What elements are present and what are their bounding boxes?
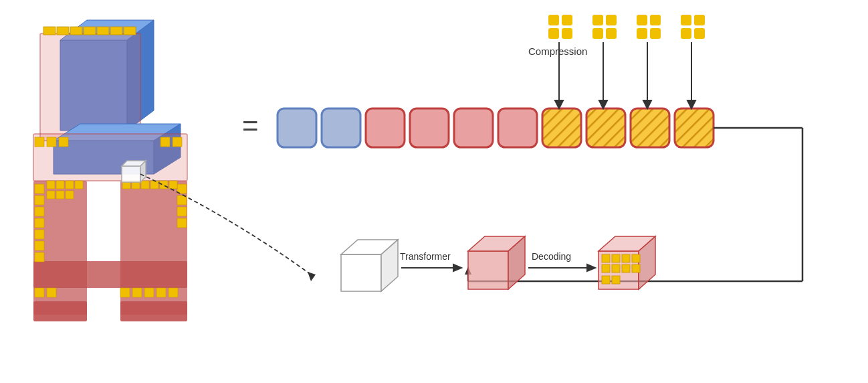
token-hatch-3 [631, 108, 669, 147]
svg-rect-54 [160, 181, 168, 189]
chair-yellow-voxels [35, 137, 187, 297]
bottom-cube-red [468, 236, 525, 289]
svg-marker-104 [453, 264, 461, 271]
svg-rect-69 [631, 108, 669, 147]
svg-rect-22 [35, 207, 44, 216]
svg-rect-73 [548, 28, 559, 39]
transformer-arrow [401, 264, 461, 271]
svg-marker-2 [127, 20, 154, 131]
svg-rect-53 [150, 181, 158, 189]
svg-rect-27 [177, 184, 187, 194]
svg-rect-78 [606, 28, 617, 39]
svg-rect-37 [169, 288, 178, 297]
flow-line [465, 128, 802, 281]
svg-rect-113 [602, 254, 610, 262]
svg-rect-47 [47, 191, 55, 199]
svg-marker-13 [154, 124, 181, 174]
svg-rect-71 [548, 15, 559, 25]
svg-marker-110 [599, 251, 639, 289]
compression-label: Compression [528, 46, 587, 57]
dashed-line [140, 174, 311, 275]
svg-rect-4 [43, 27, 56, 35]
svg-marker-88 [555, 100, 563, 108]
svg-rect-68 [586, 108, 625, 147]
svg-marker-11 [53, 141, 154, 174]
svg-marker-109 [587, 264, 595, 271]
svg-rect-6 [70, 27, 82, 35]
chair-back-red [40, 33, 140, 141]
svg-rect-62 [410, 108, 449, 147]
svg-rect-30 [177, 218, 187, 228]
svg-rect-83 [681, 15, 691, 25]
svg-marker-94 [687, 100, 695, 108]
svg-rect-50 [122, 181, 130, 189]
svg-rect-52 [141, 181, 149, 189]
svg-rect-28 [177, 196, 187, 205]
token-red-3 [454, 108, 493, 147]
bottom-cube-final [599, 236, 655, 289]
svg-rect-120 [632, 264, 640, 273]
svg-rect-3 [40, 33, 140, 141]
yellow-group-3 [637, 15, 661, 39]
equals-label: = [242, 110, 259, 141]
svg-rect-10 [124, 27, 136, 35]
svg-rect-15 [33, 181, 87, 315]
svg-rect-5 [57, 27, 69, 35]
yellow-group-4 [681, 15, 705, 39]
svg-rect-48 [56, 191, 64, 199]
svg-rect-84 [694, 15, 705, 25]
bottom-cube-white [341, 240, 398, 291]
svg-marker-99 [465, 266, 471, 275]
svg-rect-70 [675, 108, 714, 147]
svg-rect-42 [173, 137, 182, 147]
svg-rect-116 [632, 254, 640, 262]
svg-rect-121 [602, 276, 610, 284]
chair-back-blue [60, 20, 154, 131]
svg-rect-119 [622, 264, 630, 273]
svg-rect-122 [612, 276, 620, 284]
svg-rect-20 [35, 184, 44, 194]
svg-rect-77 [592, 28, 603, 39]
svg-rect-19 [120, 301, 187, 321]
svg-rect-17 [33, 261, 187, 288]
chair-seat-blue [53, 124, 181, 174]
compression-arrows [555, 42, 695, 108]
svg-rect-115 [622, 254, 630, 262]
svg-rect-45 [66, 181, 74, 189]
svg-rect-26 [35, 252, 44, 262]
svg-rect-55 [169, 181, 177, 189]
chair-back-yellow-voxels [43, 27, 136, 35]
svg-rect-24 [35, 230, 44, 239]
svg-rect-117 [602, 264, 610, 273]
svg-rect-7 [84, 27, 96, 35]
svg-marker-1 [60, 20, 154, 40]
svg-rect-8 [97, 27, 109, 35]
svg-rect-29 [177, 207, 187, 216]
chair-lower-red [33, 181, 187, 321]
svg-marker-58 [140, 161, 146, 182]
svg-rect-76 [606, 15, 617, 25]
highlighted-token-cube [122, 161, 146, 182]
svg-marker-101 [341, 240, 398, 254]
svg-rect-61 [366, 108, 405, 147]
svg-marker-112 [639, 236, 655, 289]
svg-rect-114 [612, 254, 620, 262]
svg-rect-49 [66, 191, 74, 199]
svg-rect-31 [35, 288, 44, 297]
svg-rect-33 [120, 288, 130, 297]
svg-rect-9 [110, 27, 122, 35]
svg-rect-75 [592, 15, 603, 25]
svg-rect-64 [498, 108, 537, 147]
token-blue-1 [278, 108, 316, 147]
svg-rect-63 [454, 108, 493, 147]
chair-seat-red [33, 134, 187, 181]
svg-rect-51 [132, 181, 140, 189]
token-hatch-2 [586, 108, 625, 147]
svg-rect-85 [681, 28, 691, 39]
svg-marker-100 [341, 254, 381, 291]
token-hatch-1 [542, 108, 581, 147]
svg-rect-14 [33, 134, 187, 181]
svg-rect-36 [156, 288, 166, 297]
decoding-label: Decoding [532, 251, 571, 262]
diagram-container: = [0, 0, 868, 383]
